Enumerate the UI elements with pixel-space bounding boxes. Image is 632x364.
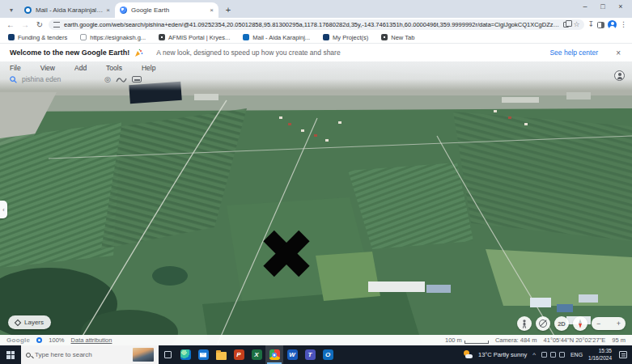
google-logo: Google [6,336,30,344]
bookmark-label: Funding & tenders [18,34,67,41]
layers-label: Layers [24,319,44,326]
account-icon[interactable] [614,70,625,81]
url-omnibox[interactable]: earth.google.com/web/search/pishina+eden… [49,19,584,30]
close-icon[interactable]: × [106,6,110,14]
downloads-icon[interactable]: ↧ [587,19,594,30]
bookmark-mail[interactable]: Mail - Aida Karapinj... [243,34,310,41]
reload-button[interactable]: ↻ [34,19,45,31]
system-tray: 13°C Partly sunny ^ ENG 15:35 1/16/2024 [464,345,632,364]
taskbar-chrome[interactable] [265,345,283,364]
taskbar-mail[interactable] [194,345,212,364]
2d-toggle-button[interactable]: 2D [554,316,569,331]
browser-menu-icon[interactable]: ⋮ [620,19,627,30]
scale-indicator: 100 m [445,336,489,344]
teams-icon: T [305,349,316,360]
welcome-banner: Welcome to the new Google Earth! A new l… [0,44,632,61]
tab-search-button[interactable]: ▾ [5,3,18,16]
taskbar-teams[interactable]: T [301,345,319,364]
menu-view[interactable]: View [40,64,55,72]
start-button[interactable] [0,345,21,364]
tray-icon[interactable] [541,352,547,358]
menu-file[interactable]: File [10,64,21,72]
taskbar-powerpoint[interactable]: P [230,345,248,364]
taskbar-file-explorer[interactable] [212,345,230,364]
bookmark-newtab[interactable]: New Tab [381,34,414,41]
zoom-out-button[interactable]: − [596,320,600,328]
compass-icon [575,319,585,328]
taskbar-outlook[interactable]: O [319,345,337,364]
earth-search-input[interactable]: pishina eden [22,75,100,83]
file-explorer-icon [216,352,227,360]
layers-icon [15,319,21,325]
window-controls: – □ × [577,0,629,13]
tray-icon[interactable] [550,352,556,358]
excel-icon: X [252,349,262,360]
taskbar-search-placeholder: Type here to search [35,351,129,358]
taskbar-search[interactable]: Type here to search [21,345,159,364]
bookmark-esign[interactable]: https://esignaksh.g... [80,34,146,41]
taskbar-edge[interactable] [176,345,194,364]
menu-add[interactable]: Add [74,64,87,72]
my-location-icon[interactable]: ◎ [104,75,111,83]
share-icon[interactable] [563,22,569,28]
taskbar-word[interactable]: W [283,345,301,364]
layers-button[interactable]: Layers [8,315,51,329]
task-view-button[interactable] [159,345,176,364]
google-earth-favicon [120,6,127,14]
help-center-link[interactable]: See help center [549,49,598,57]
taskbar-excel[interactable]: X [248,345,265,364]
tray-icons [541,352,565,358]
maximize-button[interactable]: □ [595,0,611,13]
map-controls: 2D − + [517,316,626,331]
search-highlight-thumbnail[interactable] [133,348,154,362]
street-view-pegman-button[interactable] [517,316,532,331]
compass-button[interactable] [573,316,587,331]
task-view-icon [164,351,172,358]
banner-close-icon[interactable]: × [616,49,621,57]
site-info-icon[interactable] [53,22,60,28]
bookmark-label: AFMIS Portal | Kryes... [168,34,230,41]
browser-toolbar: ← → ↻ earth.google.com/web/search/pishin… [0,18,632,32]
orbit-icon [539,320,547,328]
close-window-button[interactable]: × [613,0,629,13]
scale-label: 100 m [445,336,462,344]
data-attribution-link[interactable]: Data attribution [71,336,112,344]
tray-icon[interactable] [559,352,565,358]
bookmarks-bar: Funding & tenders https://esignaksh.g...… [0,32,632,44]
weather-text[interactable]: 13°C Partly sunny [478,351,527,358]
action-center-icon[interactable] [619,351,627,358]
bookmark-label: New Tab [391,34,414,41]
keyboard-icon[interactable] [132,76,142,83]
menu-tools[interactable]: Tools [106,64,122,72]
bookmark-label: My Project(s) [333,34,368,41]
tab-google-earth[interactable]: Google Earth × [115,2,218,18]
orbit-button[interactable] [536,316,550,331]
url-text: earth.google.com/web/search/pishina+eden… [64,21,559,28]
back-button[interactable]: ← [5,19,16,31]
forward-button[interactable]: → [19,19,31,31]
tab-mail[interactable]: Mail - Aida Karapinjalli - Outlo... × [19,2,115,18]
attribution-badge-icon [36,337,42,343]
bookmark-afmis[interactable]: AFMIS Portal | Kryes... [159,34,230,41]
side-panel-icon[interactable] [597,22,604,28]
taskbar-clock[interactable]: 15:35 1/16/2024 [588,348,612,361]
language-indicator[interactable]: ENG [570,352,583,358]
outlook-favicon [24,6,32,14]
tray-expand-chevron[interactable]: ^ [532,351,536,358]
status-right: 100 m Camera: 484 m 41°05'44"N 20°02'27"… [445,336,626,344]
bookmark-projects[interactable]: My Project(s) [323,34,368,41]
clock-time: 15:35 [588,348,612,354]
banner-subtitle: A new look, designed to speed up how you… [156,49,340,57]
bookmark-star-icon[interactable]: ☆ [573,19,579,30]
bookmark-funding[interactable]: Funding & tenders [8,34,67,41]
satellite-map[interactable] [0,61,632,345]
profile-avatar[interactable] [608,20,617,29]
new-tab-button[interactable]: + [222,3,235,16]
menu-help[interactable]: Help [142,64,155,72]
minimize-button[interactable]: – [577,0,593,13]
side-panel-toggle[interactable]: ‹ [0,201,7,218]
measure-path-icon[interactable] [116,76,127,83]
zoom-in-button[interactable]: + [617,320,621,328]
windows-taskbar: Type here to search P X W T O 13°C Partl… [0,345,632,364]
close-icon[interactable]: × [210,6,214,14]
